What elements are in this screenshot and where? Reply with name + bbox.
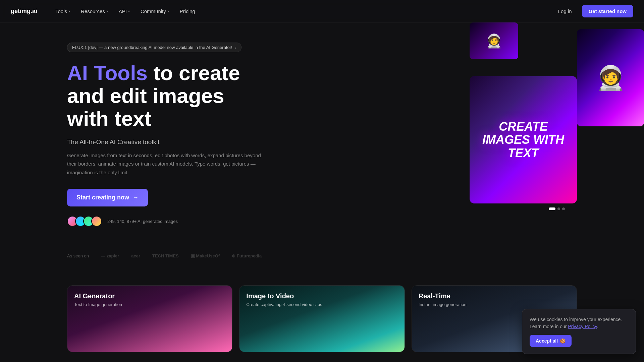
privacy-policy-link[interactable]: Privacy Policy bbox=[568, 324, 597, 329]
feature-card-image-to-video[interactable]: Image to Video Create captivating 4-seco… bbox=[239, 285, 405, 352]
nav-item-pricing[interactable]: Pricing bbox=[175, 6, 200, 17]
carousel-dot-3[interactable] bbox=[562, 207, 565, 210]
avatar-group bbox=[67, 216, 99, 227]
accept-cookies-button[interactable]: Accept all 🍪 bbox=[530, 335, 572, 347]
cookie-text: We use cookies to improve your experienc… bbox=[530, 316, 628, 330]
social-count: 249, 140, 879+ AI generated images bbox=[107, 219, 178, 224]
hero-image-text: CREATE IMAGES WITH TEXT bbox=[470, 113, 577, 167]
carousel-dot-1[interactable] bbox=[549, 207, 555, 210]
chevron-down-icon: ▾ bbox=[167, 9, 169, 13]
hero-image-large: 🧑‍🚀 bbox=[577, 29, 644, 126]
feature-card-ai-generator[interactable]: AI Generator Text to Image generation bbox=[67, 285, 232, 352]
card-content: Real-Time Instant image generation bbox=[419, 292, 467, 307]
brand-makeuseOf: ▣ MakeUseOf bbox=[191, 253, 220, 258]
hero-description: Generate images from text in seconds, ed… bbox=[67, 151, 265, 177]
cookie-banner: We use cookies to improve your experienc… bbox=[522, 309, 636, 354]
nav-links: Tools ▾ Resources ▾ API ▾ Community ▾ Pr… bbox=[51, 6, 553, 17]
social-proof: 249, 140, 879+ AI generated images bbox=[67, 216, 268, 227]
chevron-down-icon: ▾ bbox=[68, 9, 70, 13]
avatar bbox=[91, 216, 102, 227]
brand-zapier: — zapier bbox=[101, 253, 119, 258]
astronaut-float-icon: 🧑‍🚀 bbox=[596, 64, 625, 92]
carousel-dots bbox=[549, 207, 565, 210]
arrow-icon: › bbox=[235, 45, 236, 50]
hero-image-small: 🧑‍🚀 bbox=[470, 22, 518, 59]
brand-futurepedia: ⊕ Futurepedia bbox=[232, 253, 262, 258]
arrow-right-icon: → bbox=[132, 194, 139, 201]
hero-image-main: CREATE IMAGES WITH TEXT bbox=[470, 76, 577, 203]
nav-item-community[interactable]: Community ▾ bbox=[136, 6, 174, 17]
hero-images: 🧑‍🚀 🧑‍🚀 CREATE IMAGES WITH TEXT bbox=[470, 22, 644, 210]
start-creating-button[interactable]: Start creating now → bbox=[67, 189, 148, 206]
login-button[interactable]: Log in bbox=[553, 6, 577, 17]
navbar: getimg.ai Tools ▾ Resources ▾ API ▾ Comm… bbox=[0, 0, 644, 22]
announcement-banner[interactable]: FLUX.1 [dev] — a new groundbreaking AI m… bbox=[67, 43, 241, 52]
brand-acer: acer bbox=[131, 253, 140, 258]
astronaut-icon: 🧑‍🚀 bbox=[486, 33, 502, 49]
nav-item-tools[interactable]: Tools ▾ bbox=[51, 6, 75, 17]
brand-tech-times: TECH TIMES bbox=[152, 253, 179, 258]
hero-content: FLUX.1 [dev] — a new groundbreaking AI m… bbox=[0, 22, 268, 247]
hero-subtitle: The All-In-One AI Creative toolkit bbox=[67, 138, 268, 146]
nav-item-resources[interactable]: Resources ▾ bbox=[76, 6, 113, 17]
nav-right: Log in Get started now bbox=[553, 5, 633, 17]
card-content: Image to Video Create captivating 4-seco… bbox=[246, 292, 322, 307]
logo[interactable]: getimg.ai bbox=[11, 8, 37, 15]
hero-section: FLUX.1 [dev] — a new groundbreaking AI m… bbox=[0, 0, 644, 247]
cookie-icon: 🍪 bbox=[560, 338, 566, 344]
carousel-dot-2[interactable] bbox=[557, 207, 560, 210]
chevron-down-icon: ▾ bbox=[106, 9, 108, 13]
card-content: AI Generator Text to Image generation bbox=[74, 292, 122, 307]
hero-title: AI Tools to create and edit images with … bbox=[67, 62, 268, 130]
as-seen-on: As seen on — zapier acer TECH TIMES ▣ Ma… bbox=[0, 253, 644, 258]
nav-item-api[interactable]: API ▾ bbox=[114, 6, 135, 17]
chevron-down-icon: ▾ bbox=[128, 9, 130, 13]
get-started-button[interactable]: Get started now bbox=[582, 5, 633, 17]
